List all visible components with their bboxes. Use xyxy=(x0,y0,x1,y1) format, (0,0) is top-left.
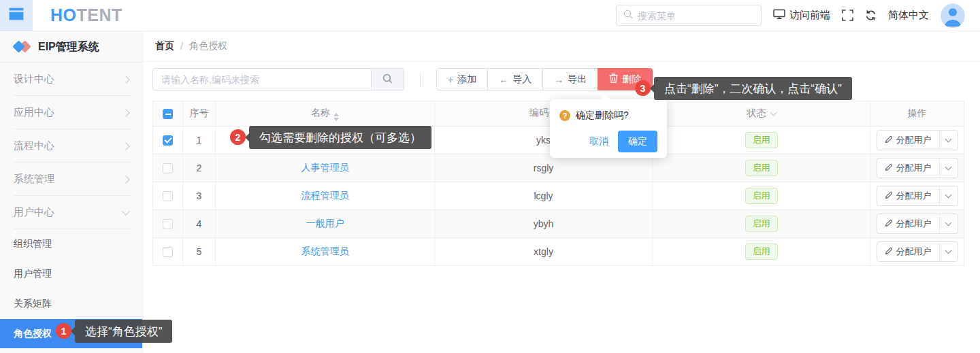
row-checkbox[interactable] xyxy=(163,219,173,229)
add-button[interactable]: + 添加 xyxy=(436,68,488,90)
chevron-right-icon xyxy=(122,109,129,116)
header-name-label: 名称 xyxy=(311,107,330,118)
sidebar-item-system-mgmt[interactable]: 系统管理 xyxy=(0,163,142,196)
top-navbar: HOTENT 访问前端 简体中文 xyxy=(0,0,980,31)
role-name-link[interactable]: 系统管理员 xyxy=(301,246,349,256)
sidebar-item-process-center[interactable]: 流程中心 xyxy=(0,129,142,163)
sidebar-item-design-center[interactable]: 设计中心 xyxy=(0,63,142,96)
sidebar-item-user-mgmt[interactable]: 用户管理 xyxy=(0,259,142,289)
monitor-icon xyxy=(773,9,785,22)
menu-label: 系统管理 xyxy=(14,173,54,186)
breadcrumb: 首页 / 角色授权 xyxy=(143,31,980,62)
submenu-label: 组织管理 xyxy=(14,238,52,250)
status-badge: 启用 xyxy=(745,160,778,176)
menu-search-input[interactable] xyxy=(638,10,754,21)
header-index-label: 序号 xyxy=(190,107,209,118)
role-name-link[interactable]: 人事管理员 xyxy=(301,162,349,173)
row-code: ybyh xyxy=(435,210,653,238)
pencil-icon xyxy=(885,135,893,146)
submenu-label: 用户管理 xyxy=(14,268,52,280)
assign-user-label: 分配用户 xyxy=(896,246,932,258)
sidebar-item-app-center[interactable]: 应用中心 xyxy=(0,96,142,129)
submenu-label: 角色授权 xyxy=(14,328,52,340)
search-icon xyxy=(382,73,393,86)
status-badge: 启用 xyxy=(745,132,778,148)
assign-dropdown-caret[interactable] xyxy=(939,131,958,150)
menu-search-box[interactable] xyxy=(616,5,762,26)
status-badge: 启用 xyxy=(745,188,778,204)
assign-user-button[interactable]: 分配用户 xyxy=(877,130,958,150)
visit-frontend-label: 访问前端 xyxy=(789,9,830,22)
row-code: xtgly xyxy=(435,238,653,266)
chevron-right-icon xyxy=(122,75,129,83)
assign-user-button[interactable]: 分配用户 xyxy=(877,214,958,234)
export-button[interactable]: → 导出 xyxy=(542,68,598,90)
sort-icon[interactable] xyxy=(333,113,339,121)
step-2-tooltip: 勾选需要删除的授权（可多选） xyxy=(249,126,431,149)
assign-dropdown-caret[interactable] xyxy=(939,214,958,233)
step-3-badge: 3 xyxy=(635,80,651,96)
refresh-icon[interactable] xyxy=(865,10,877,21)
row-checkbox[interactable] xyxy=(163,135,173,146)
header-name[interactable]: 名称 xyxy=(216,101,435,127)
assign-dropdown-caret[interactable] xyxy=(939,242,958,261)
table-row: 4 一般用户 ybyh 启用 分配用户 xyxy=(153,210,964,238)
sidebar-item-relation-matrix[interactable]: 关系矩阵 xyxy=(0,289,142,319)
assign-user-label: 分配用户 xyxy=(896,162,932,174)
assign-user-button[interactable]: 分配用户 xyxy=(877,241,958,262)
row-checkbox[interactable] xyxy=(163,191,173,201)
breadcrumb-separator: / xyxy=(180,41,183,52)
step-2-badge: 2 xyxy=(230,129,246,145)
table-search-input[interactable] xyxy=(152,68,372,90)
status-badge: 启用 xyxy=(745,243,778,260)
app-logo: HOTENT xyxy=(50,5,122,25)
header-status-label: 状态 xyxy=(747,107,766,118)
role-name-link[interactable]: 流程管理员 xyxy=(301,190,349,201)
sidebar-collapse-button[interactable] xyxy=(0,0,33,31)
import-button[interactable]: ← 导入 xyxy=(487,68,543,90)
arrow-left-icon: ← xyxy=(499,74,508,85)
status-badge: 启用 xyxy=(745,216,778,232)
row-checkbox[interactable] xyxy=(163,247,173,257)
filter-caret-icon[interactable] xyxy=(770,110,777,116)
header-action: 操作 xyxy=(870,101,964,127)
assign-user-label: 分配用户 xyxy=(896,134,932,146)
header-code-label: 编码 xyxy=(529,107,549,118)
role-name-link[interactable]: 一般用户 xyxy=(306,218,344,229)
delete-confirm-popover: ? 确定删除吗? 取消 确定 xyxy=(550,99,667,158)
logo-text-gray: TENT xyxy=(77,5,122,24)
table-search-group xyxy=(152,68,404,90)
header-action-label: 操作 xyxy=(908,107,927,118)
cancel-button[interactable]: 取消 xyxy=(589,135,608,148)
pencil-icon xyxy=(885,163,893,173)
user-avatar[interactable] xyxy=(941,3,965,28)
toolbar-divider xyxy=(420,73,421,86)
chevron-right-icon xyxy=(122,175,129,183)
add-button-label: 添加 xyxy=(457,73,476,86)
menu-label: 用户中心 xyxy=(14,206,54,219)
row-checkbox[interactable] xyxy=(163,163,173,173)
row-index: 4 xyxy=(183,210,216,238)
breadcrumb-home[interactable]: 首页 xyxy=(155,40,174,52)
assign-dropdown-caret[interactable] xyxy=(939,186,958,205)
sidebar-item-org-mgmt[interactable]: 组织管理 xyxy=(0,229,142,259)
confirm-button[interactable]: 确定 xyxy=(618,131,657,152)
table-search-button[interactable] xyxy=(372,68,404,90)
select-all-checkbox[interactable] xyxy=(163,109,173,119)
visit-frontend-link[interactable]: 访问前端 xyxy=(773,9,830,22)
language-switcher[interactable]: 简体中文 xyxy=(888,9,929,22)
header-status[interactable]: 状态 xyxy=(653,101,870,127)
sidebar-item-user-center[interactable]: 用户中心 xyxy=(0,196,142,229)
table-row: 5 系统管理员 xtgly 启用 分配用户 xyxy=(153,238,964,266)
eip-logo-icon xyxy=(14,39,31,54)
fullscreen-icon[interactable] xyxy=(842,10,853,21)
assign-user-button[interactable]: 分配用户 xyxy=(877,186,958,206)
pencil-icon xyxy=(885,247,893,257)
assign-dropdown-caret[interactable] xyxy=(939,158,958,178)
assign-user-button[interactable]: 分配用户 xyxy=(877,158,958,178)
window-collapse-icon xyxy=(9,7,24,23)
menu-label: 设计中心 xyxy=(14,73,54,86)
submenu-label: 关系矩阵 xyxy=(14,298,52,310)
confirm-question: 确定删除吗? xyxy=(576,110,629,122)
row-code: rsgly xyxy=(435,154,653,182)
